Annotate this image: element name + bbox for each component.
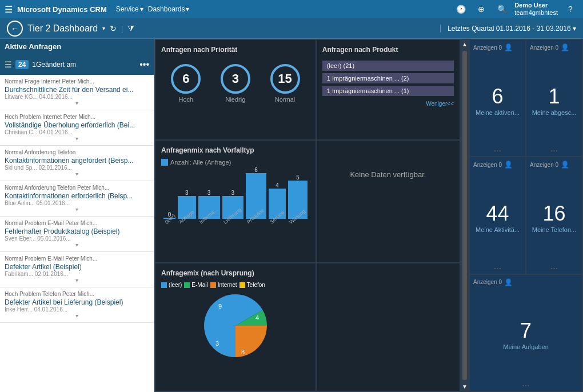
product-chart: Anfragen nach Produkt (leer) (21) 1 Impr…	[317, 40, 460, 139]
refresh-icon[interactable]: ↻	[110, 24, 117, 33]
person-icon: 👤	[561, 43, 569, 51]
list-item[interactable]: Hoch Problem Internet Peter Mich... Voll…	[0, 110, 154, 146]
brand-label: Microsoft Dynamics CRM	[17, 5, 107, 14]
scroll-up[interactable]: ▲	[461, 40, 469, 49]
list-item[interactable]: Normal Anforderung Telefon Peter Mich...…	[0, 181, 154, 217]
tile-meine-aktiven[interactable]: Anzeigen 0 👤 6 Meine aktiven... ...	[470, 40, 525, 156]
tile-dots[interactable]: ...	[494, 261, 501, 271]
tile-dots[interactable]: ...	[550, 143, 558, 154]
origin-chart-title: Anfragemix (nach Ursprung)	[161, 269, 310, 277]
expand-icon[interactable]: ▾	[5, 277, 149, 283]
tile-meine-telefon[interactable]: Anzeigen 0 👤 16 Meine Telefon... ...	[526, 157, 582, 273]
product-item[interactable]: 1 Imprägniermaschinen ... (2)	[322, 73, 454, 83]
expand-icon[interactable]: ▾	[5, 313, 149, 319]
tile-number: 6	[492, 86, 503, 107]
service-chevron: ▾	[140, 5, 143, 13]
pie-legend: (leer) E-Mail Internet Telefon	[161, 282, 310, 288]
product-list: (leer) (21) 1 Imprägniermaschinen ... (2…	[322, 58, 454, 98]
tile-label: Meine abgesc...	[532, 109, 577, 116]
bar-group: 3Abfrage	[178, 190, 196, 232]
back-button[interactable]: ←	[7, 21, 23, 37]
product-item[interactable]: (leer) (21)	[322, 61, 454, 71]
tile-dots[interactable]: ...	[522, 378, 529, 389]
tile-meine-aktivita[interactable]: Anzeigen 0 👤 44 Meine Aktivitä... ...	[470, 157, 525, 273]
email-legend-sq	[184, 282, 190, 288]
dashboard-title[interactable]: Tier 2 Dashboard	[27, 23, 98, 34]
user-info[interactable]: Demo User team4gmbhtest	[514, 2, 558, 17]
item-tags: Normal Anforderung Telefon Peter Mich...	[5, 185, 149, 191]
item-tags: Hoch Problem Telefon Peter Mich...	[5, 291, 149, 297]
list-item[interactable]: Normal Anforderung Telefon Kontaktinform…	[0, 146, 154, 181]
bar-group: 5Wartung	[288, 174, 308, 232]
person-icon: 👤	[561, 161, 569, 169]
filter-icon[interactable]: ⧩	[127, 23, 134, 33]
bar-chart: 0(leer)3Abfrage3Informa...3Lieferung6Pro…	[161, 169, 310, 232]
tile-header: Anzeigen 0 👤	[473, 278, 513, 286]
search-icon[interactable]: 🔍	[494, 1, 510, 17]
item-title: Defekter Artikel (Beispiel)	[5, 263, 149, 271]
legend-item: Telefon	[239, 282, 265, 288]
more-button[interactable]: •••	[139, 59, 149, 70]
expand-icon[interactable]: ▾	[5, 171, 149, 177]
bar-group: 0(leer)	[163, 211, 175, 232]
item-tags: Hoch Problem Internet Peter Mich...	[5, 114, 149, 120]
product-chart-title: Anfragen nach Produkt	[322, 46, 454, 54]
leer-legend-sq	[161, 282, 167, 288]
internet-legend-sq	[210, 282, 216, 288]
menu-icon[interactable]: ☰	[5, 4, 13, 15]
legend-item: E-Mail	[184, 282, 207, 288]
list-header: ☰ 24 1Geändert am •••	[0, 54, 154, 75]
date-chevron: ▾	[573, 25, 576, 33]
plus-icon[interactable]: ⊕	[473, 1, 489, 17]
legend-dot	[161, 159, 168, 166]
expand-icon[interactable]: ▾	[5, 135, 149, 142]
item-tags: Normal Problem E-Mail Peter Mich...	[5, 220, 149, 226]
scroll-thumb[interactable]	[462, 51, 467, 380]
service-nav[interactable]: Service ▾	[116, 5, 143, 13]
item-title: Kontaktinformationen erforderlich (Beisp…	[5, 192, 149, 200]
help-icon[interactable]: ?	[562, 1, 578, 17]
date-range[interactable]: Letztes Quartal 01.01.2016 - 31.03.2016 …	[440, 25, 576, 33]
item-title: Kontaktinformationen angefordert (Beisp.…	[5, 157, 149, 165]
pie-container: 9 4 8 3	[161, 291, 310, 360]
pie-label-8: 8	[241, 349, 245, 355]
clock-icon[interactable]: 🕐	[453, 1, 469, 17]
product-item[interactable]: 1 Imprägniermaschinen ... (1)	[322, 86, 454, 96]
priority-chart: Anfragen nach Priorität 6 Hoch 3 Niedrig	[155, 40, 316, 139]
expand-icon[interactable]: ▾	[5, 242, 149, 248]
tile-header: Anzeigen 0 👤	[473, 43, 513, 51]
scroll-down[interactable]: ▼	[461, 382, 469, 391]
dashboards-chevron: ▾	[186, 5, 189, 13]
active-requests-header: Aktive Anfragen	[0, 39, 154, 54]
top-navigation: ☰ Microsoft Dynamics CRM Service ▾ Dashb…	[0, 0, 583, 18]
niedrig-circle: 3	[221, 64, 250, 94]
bar-value: 3	[207, 190, 211, 196]
list-item[interactable]: Hoch Problem Telefon Peter Mich... Defek…	[0, 287, 154, 323]
item-tags: Normal Problem E-Mail Peter Mich...	[5, 255, 149, 262]
person-icon: 👤	[504, 161, 513, 169]
weniger-button[interactable]: Weniger<<	[322, 101, 454, 107]
legend-item: (leer)	[161, 282, 182, 288]
list-icon: ☰	[5, 60, 12, 69]
list-item[interactable]: Normal Problem E-Mail Peter Mich... Defe…	[0, 252, 154, 287]
tile-dots[interactable]: ...	[550, 261, 558, 271]
tile-meine-aufgaben[interactable]: Anzeigen 0 👤 7 Meine Aufgaben ...	[470, 275, 582, 391]
charts-grid: Anfragen nach Priorität 6 Hoch 3 Niedrig	[154, 39, 461, 392]
tile-meine-abgesc[interactable]: Anzeigen 0 👤 1 Meine abgesc... ...	[526, 40, 582, 156]
expand-icon[interactable]: ▾	[5, 100, 149, 106]
tile-header: Anzeigen 0 👤	[530, 161, 569, 169]
tile-dots[interactable]: ...	[494, 143, 501, 154]
bar-value: 5	[296, 174, 300, 181]
tile-number: 16	[542, 203, 565, 224]
list-item[interactable]: Normal Problem E-Mail Peter Mich... Fehl…	[0, 217, 154, 252]
origin-chart: Anfragemix (nach Ursprung) (leer) E-Mail…	[155, 263, 316, 391]
list-item[interactable]: Normal Frage Internet Peter Mich... Durc…	[0, 75, 154, 110]
title-chevron[interactable]: ▾	[102, 25, 105, 31]
dashboards-nav[interactable]: Dashboards ▾	[148, 5, 190, 13]
expand-icon[interactable]: ▾	[5, 206, 149, 213]
left-panel: Aktive Anfragen ☰ 24 1Geändert am ••• No…	[0, 39, 154, 392]
bar-group: 3Lieferung	[222, 190, 244, 232]
scrollbar[interactable]: ▲ ▼	[461, 39, 469, 392]
no-data-text: Keine Daten verfügbar.	[322, 146, 454, 203]
tile-label: Meine Aktivitä...	[476, 226, 520, 233]
